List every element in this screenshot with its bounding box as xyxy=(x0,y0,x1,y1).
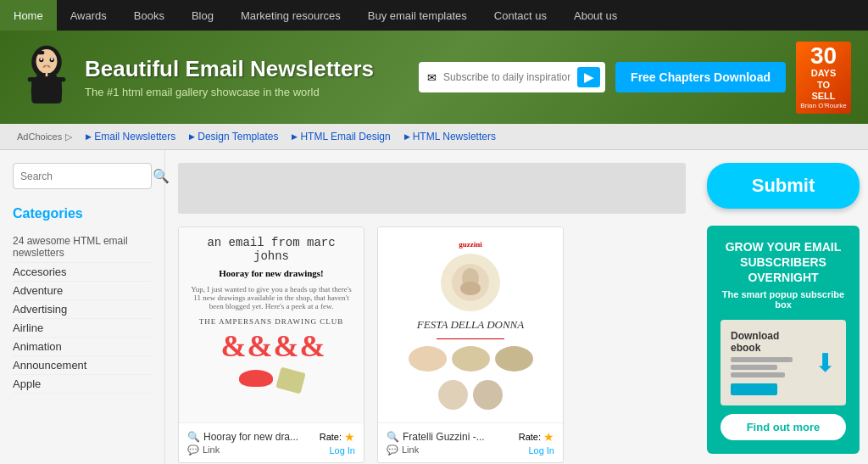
card2-rate: Rate: ★ Log In xyxy=(519,430,554,456)
promo-ebook-box: Download ebook ⬇ xyxy=(721,320,846,405)
promo-line-1 xyxy=(731,357,793,362)
card1-ampersands: & & & & xyxy=(221,331,322,361)
right-sidebar: Submit GROW YOUR EMAIL SUBSCRIBERS OVERN… xyxy=(698,150,868,464)
svg-point-15 xyxy=(460,282,481,295)
submit-button[interactable]: Submit xyxy=(707,163,860,209)
card1-email-title: an email from marc johns xyxy=(187,236,355,263)
subscribe-button[interactable]: ▶ xyxy=(577,67,600,87)
card2-items xyxy=(409,346,533,410)
category-airline[interactable]: Airline xyxy=(13,319,152,338)
category-adventure[interactable]: Adventure xyxy=(13,282,152,300)
card1-footer-title: Hooray for new dra... xyxy=(203,431,298,443)
card2-link[interactable]: Link xyxy=(402,444,419,455)
site-title: Beautiful Email Newsletters xyxy=(85,56,374,82)
main-layout: 🔍 Categories 24 awesome HTML email newsl… xyxy=(0,150,868,464)
book-line1: DAYS xyxy=(811,68,837,79)
card1-rate: Rate: ★ Log In xyxy=(320,430,355,456)
search-input[interactable] xyxy=(20,171,147,182)
book-days: 30 xyxy=(810,44,837,68)
ad-banner xyxy=(178,163,686,214)
category-announcement[interactable]: Announcement xyxy=(13,356,152,375)
svg-point-4 xyxy=(40,58,42,60)
book-line3: SELL xyxy=(811,91,835,102)
categories-title: Categories xyxy=(13,206,152,221)
card1-rate-label: Rate: xyxy=(320,432,342,442)
card2-footer-title: Fratelli Guzzini -... xyxy=(403,431,485,443)
free-chapters-button[interactable]: Free Chapters Download xyxy=(615,62,786,92)
ad-choices-icon: ▷ xyxy=(65,131,72,143)
site-header: Beautiful Email Newsletters The #1 html … xyxy=(0,31,868,124)
category-first-item: 24 awesome HTML email newsletters xyxy=(13,232,152,263)
card-2-footer: 🔍 Fratelli Guzzini -... 💬 Link Rate: xyxy=(378,422,563,462)
card2-brand: guzzini xyxy=(459,240,482,249)
card-2-image: guzzini FESTA DELLA DONNA xyxy=(378,227,563,422)
promo-subtitle: The smart popup subscribe box xyxy=(721,289,846,310)
site-tagline: The #1 html email gallery showcase in th… xyxy=(85,86,374,98)
ad-bar: AdChoices ▷ Email Newsletters Design Tem… xyxy=(0,124,868,150)
card-2: guzzini FESTA DELLA DONNA xyxy=(377,226,564,463)
promo-title: GROW YOUR EMAIL SUBSCRIBERS OVERNIGHT xyxy=(721,239,846,286)
ad-link-html-email-design[interactable]: HTML Email Design xyxy=(292,131,390,143)
category-animation[interactable]: Animation xyxy=(13,338,152,356)
card-1: an email from marc johns Hooray for new … xyxy=(178,226,364,463)
card2-circle xyxy=(441,254,500,311)
promo-subtitle-pre: The smart xyxy=(722,289,770,299)
book-line2: TO xyxy=(817,80,830,91)
email-icon: ✉ xyxy=(427,71,437,84)
card1-comment-icon: 💬 xyxy=(187,444,199,456)
header-text: Beautiful Email Newsletters The #1 html … xyxy=(85,56,374,98)
card-1-image: an email from marc johns Hooray for new … xyxy=(179,227,364,422)
card2-title: FESTA DELLA DONNA xyxy=(417,318,524,332)
ad-choices-label: AdChoices xyxy=(17,131,62,142)
ad-link-design-templates[interactable]: Design Templates xyxy=(189,131,278,143)
header-right: ✉ ▶ Free Chapters Download 30 DAYS TO SE… xyxy=(419,42,851,114)
nav-books[interactable]: Books xyxy=(120,0,178,31)
card2-login[interactable]: Log In xyxy=(528,445,554,456)
promo-subtitle-highlight: popup subscribe box xyxy=(770,289,845,310)
header-logo: Beautiful Email Newsletters The #1 html … xyxy=(17,43,374,111)
promo-line-btn xyxy=(731,383,777,395)
nav-marketing[interactable]: Marketing resources xyxy=(227,0,354,31)
card-1-footer: 🔍 Hooray for new dra... 💬 Link Rate: xyxy=(179,422,364,462)
card1-zoom-icon: 🔍 xyxy=(187,431,200,443)
cards-grid: an email from marc johns Hooray for new … xyxy=(178,226,686,463)
mascot-icon xyxy=(17,43,76,111)
nav-contact[interactable]: Contact us xyxy=(481,0,560,31)
card1-star[interactable]: ★ xyxy=(344,430,355,444)
card1-body: Yup, I just wanted to give you a heads u… xyxy=(187,285,355,310)
search-box: 🔍 xyxy=(13,163,152,189)
category-accesories[interactable]: Accesories xyxy=(13,263,152,282)
find-out-button[interactable]: Find out more xyxy=(721,414,846,440)
card2-zoom-icon: 🔍 xyxy=(387,431,399,443)
nav-blog[interactable]: Blog xyxy=(178,0,227,31)
ad-choices: AdChoices ▷ xyxy=(17,131,72,143)
category-advertising[interactable]: Advertising xyxy=(13,300,152,319)
card1-link[interactable]: Link xyxy=(203,444,220,455)
card2-circle-icon xyxy=(449,261,492,304)
card1-club: THE AMPERSANS DRAWING CLUB xyxy=(199,317,344,326)
card2-star[interactable]: ★ xyxy=(543,430,554,444)
book-cover: 30 DAYS TO SELL Brian O'Rourke xyxy=(796,42,851,114)
card1-subtitle: Hooray for new drawings! xyxy=(219,268,324,278)
top-navigation: Home Awards Books Blog Marketing resourc… xyxy=(0,0,868,31)
promo-box: GROW YOUR EMAIL SUBSCRIBERS OVERNIGHT Th… xyxy=(707,226,860,454)
svg-point-5 xyxy=(51,58,53,60)
nav-buy-templates[interactable]: Buy email templates xyxy=(354,0,481,31)
nav-awards[interactable]: Awards xyxy=(57,0,120,31)
category-apple[interactable]: Apple xyxy=(13,375,152,394)
card1-login[interactable]: Log In xyxy=(329,445,355,456)
card2-comment-icon: 💬 xyxy=(387,444,398,456)
promo-download-icon: ⬇ xyxy=(815,348,836,377)
promo-ebook-label: Download ebook xyxy=(731,330,808,354)
nav-home[interactable]: Home xyxy=(0,0,57,31)
promo-line-3 xyxy=(731,372,785,377)
promo-line-2 xyxy=(731,365,777,370)
ad-link-email-newsletters[interactable]: Email Newsletters xyxy=(86,131,175,143)
svg-rect-7 xyxy=(36,51,45,54)
subscribe-input[interactable] xyxy=(443,71,570,83)
main-content: an email from marc johns Hooray for new … xyxy=(165,150,698,464)
book-author: Brian O'Rourke xyxy=(800,102,846,110)
sidebar: 🔍 Categories 24 awesome HTML email newsl… xyxy=(0,150,165,464)
nav-about[interactable]: About us xyxy=(560,0,631,31)
ad-link-html-newsletters[interactable]: HTML Newsletters xyxy=(404,131,496,143)
